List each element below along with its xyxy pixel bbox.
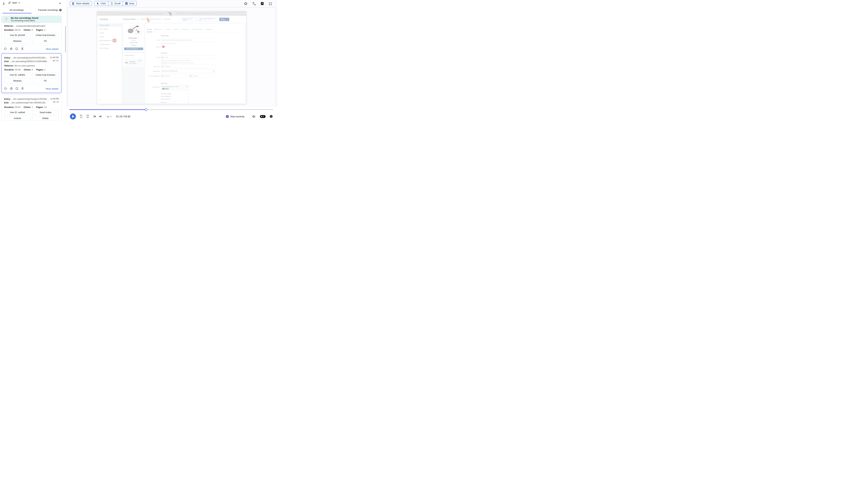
favorite-star-icon[interactable] xyxy=(10,47,13,51)
area-mode-button[interactable]: Area xyxy=(123,1,136,6)
price-input: AED••••• xyxy=(161,56,216,59)
replay-nav-exports: Exports xyxy=(97,35,122,38)
calendar-icon xyxy=(213,70,215,72)
pages-label: Pages: xyxy=(36,68,43,71)
device-badge: PC xyxy=(32,78,59,83)
seek-handle[interactable] xyxy=(145,108,147,111)
more-details-link[interactable]: More details xyxy=(46,48,59,50)
cursor-icon xyxy=(97,2,99,5)
tab-favorite-recordings[interactable]: Favorite recordings i xyxy=(33,7,67,13)
offer-form-card: Offer Content Health Deals Barcodes Pric… xyxy=(145,24,245,104)
replay-nav: Partner Catalog Noon Catalog Imports Exp… xyxy=(97,23,122,104)
more-details-button[interactable]: More details xyxy=(70,1,92,6)
section-primary-info: Primary Info. xyxy=(161,35,169,37)
replay-nav-imports: Imports xyxy=(97,31,122,35)
scroll-mode-button[interactable]: Scroll xyxy=(108,1,123,6)
range-dash: - xyxy=(187,75,188,76)
copilot-chat-icon[interactable] xyxy=(4,47,7,51)
nav-collapse-icon: |← xyxy=(99,99,101,101)
previous-frame-button[interactable] xyxy=(93,115,96,118)
layout-icon xyxy=(72,2,75,5)
click-mode-button[interactable]: Click xyxy=(94,1,108,6)
playback-speed-button[interactable]: 1x xyxy=(107,115,112,118)
share-icon[interactable] xyxy=(16,87,19,91)
next-frame-button[interactable] xyxy=(99,115,102,118)
warehouse-tag: market xyxy=(163,88,169,90)
skip-inactivity-checkbox[interactable]: ✓ xyxy=(226,115,229,118)
forward-30-button[interactable]: 30 xyxy=(86,115,89,118)
exit-label: Exit: xyxy=(4,101,9,104)
replay-nav-brand-management: Brand ManagementNEW xyxy=(97,39,122,42)
favorite-recording-icon[interactable] xyxy=(244,2,248,5)
volume-icon[interactable] xyxy=(252,115,255,118)
country-badge: Saudi Arabia xyxy=(32,110,59,115)
more-details-link[interactable]: More details xyxy=(45,88,59,90)
click-label: Click xyxy=(100,2,106,5)
tab-barcodes: Barcodes xyxy=(181,29,189,30)
clicks-label: Clicks: xyxy=(24,106,31,108)
pages-label: Pages: xyxy=(36,29,43,31)
chevron-down-icon: ⌄ xyxy=(140,48,141,50)
entry-value: .../en-ae/catalog/sku/N41009236A... xyxy=(11,56,48,59)
user-icon[interactable] xyxy=(21,47,24,51)
open-in-new-icon[interactable] xyxy=(260,2,264,5)
replay-frame: Catalog Catalog Details ZB9D2CACB9A9B8A9… xyxy=(97,11,246,104)
product-brand: Generic xyxy=(123,39,144,41)
country-badge: United Arab Emirates xyxy=(32,73,59,77)
playback-time: 01:19 / 03:30 xyxy=(116,115,130,118)
recording-card-3[interactable]: Entry: .../en-sa/directship/?project=PRJ… xyxy=(1,95,61,123)
replay-nav-noon-catalog: Noon Catalog xyxy=(97,27,122,31)
sidebar-scrollbar[interactable] xyxy=(65,26,66,53)
recording-card-2[interactable]: Entry: .../en-ae/catalog/sku/N41009236A.… xyxy=(1,53,61,93)
your-price-max-input: AED••••• ••• xyxy=(189,74,216,77)
copilot-chat-icon[interactable] xyxy=(4,87,7,91)
clicks-label: Clicks: xyxy=(24,68,31,71)
info-icon: i xyxy=(59,9,62,11)
os-badge: Windows xyxy=(4,78,31,83)
info-icon: i xyxy=(186,86,188,87)
duration-value: 04:03 xyxy=(15,106,21,108)
stock-row: Stock Net3 xyxy=(161,101,189,104)
user-id-badge: User ID: ou8ka9 xyxy=(4,110,31,115)
new-badge: NEW xyxy=(113,39,117,42)
rewind-10-button[interactable]: 10 xyxy=(80,115,83,118)
favorite-star-icon[interactable] xyxy=(10,87,13,91)
play-button[interactable] xyxy=(70,113,76,119)
warehouses-label: Warehouses xyxy=(147,86,160,88)
tab-all-recordings[interactable]: All recordings xyxy=(0,7,33,13)
active-tab-indicator xyxy=(2,13,32,13)
duration-label: Duration: xyxy=(4,68,14,71)
replay-nav-brand-catalog: Brand Catalog xyxy=(97,46,122,50)
entry-label: Entry: xyxy=(4,56,11,59)
next-frame-icon xyxy=(99,115,102,118)
download-icon[interactable] xyxy=(2,2,5,5)
product-status-badge: Active xyxy=(130,44,137,46)
share-icon[interactable] xyxy=(15,47,18,51)
warehouse-select: Smart wearable hub - Dubaii market xyxy=(161,85,189,90)
sidebar-header: Sort « xyxy=(0,0,66,7)
stock-row: Stock Reserved1 xyxy=(161,98,189,100)
masked-region xyxy=(97,11,246,16)
referrer-label: Referrer: xyxy=(4,25,14,27)
product-image xyxy=(125,25,142,36)
clicks-value: 0 xyxy=(32,68,33,71)
seek-slider[interactable] xyxy=(70,109,273,110)
info-icon: ⓘ xyxy=(134,55,135,56)
sort-button[interactable]: Sort xyxy=(8,1,20,4)
pages-value: 10 xyxy=(44,106,46,108)
stock-row: Stock Transferred1 xyxy=(161,95,189,98)
duration-value: 05:14 xyxy=(15,29,21,31)
collapse-sidebar-icon[interactable]: « xyxy=(59,1,61,5)
share-recording-icon[interactable] xyxy=(269,2,272,5)
recording-time: 11:49 PM xyxy=(50,56,59,59)
replay-content: CHROME ✎ Generic N41009236A Active View … xyxy=(122,23,246,104)
stock-row: Last Stock Update4 xyxy=(161,93,189,95)
autoplay-toggle[interactable] xyxy=(260,115,266,118)
user-icon[interactable] xyxy=(21,87,24,91)
size-name: CHROME xyxy=(129,61,136,62)
player-main: More details Click Scroll Area xyxy=(67,0,277,123)
chevron-down-icon xyxy=(110,116,112,117)
feedback-thumbs-icon[interactable] xyxy=(252,2,256,5)
playback-info-icon[interactable]: i xyxy=(270,115,273,118)
svg-text:!: ! xyxy=(6,18,7,20)
